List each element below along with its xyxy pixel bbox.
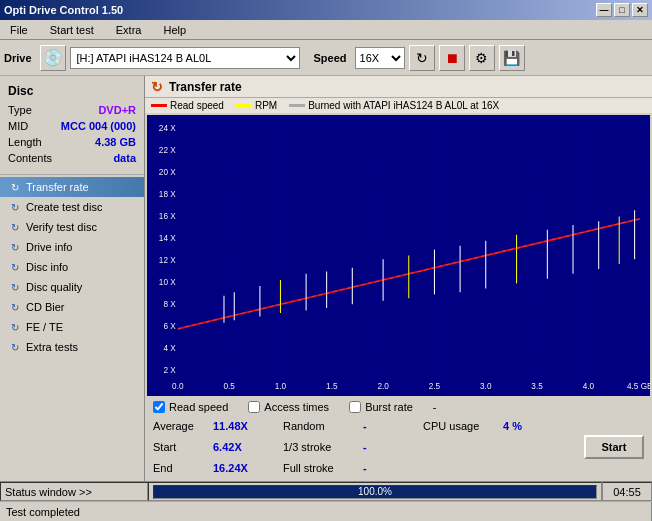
sidebar-item-verify-test-disc[interactable]: ↻ Verify test disc bbox=[0, 217, 144, 237]
sidebar-item-fe-te[interactable]: ↻ FE / TE bbox=[0, 317, 144, 337]
svg-text:2 X: 2 X bbox=[163, 364, 175, 375]
svg-text:14 X: 14 X bbox=[159, 232, 176, 243]
minimize-button[interactable]: — bbox=[596, 3, 612, 17]
disc-type-row: Type DVD+R bbox=[8, 102, 136, 118]
sidebar-label-disc-info: Disc info bbox=[26, 261, 68, 273]
svg-text:0.5: 0.5 bbox=[223, 380, 234, 391]
svg-text:3.5: 3.5 bbox=[531, 380, 542, 391]
legend-label-read-speed: Read speed bbox=[170, 100, 224, 111]
content-area: ↻ Transfer rate Read speed RPM Burned wi… bbox=[145, 76, 652, 481]
disc-type-label: Type bbox=[8, 102, 32, 118]
disc-mid-row: MID MCC 004 (000) bbox=[8, 118, 136, 134]
svg-text:12 X: 12 X bbox=[159, 254, 176, 265]
end-value: 16.24X bbox=[213, 462, 283, 474]
verify-test-disc-icon: ↻ bbox=[8, 220, 22, 234]
sidebar-item-transfer-rate[interactable]: ↻ Transfer rate bbox=[0, 177, 144, 197]
read-speed-checkbox[interactable] bbox=[153, 401, 165, 413]
status-window-label: Status window >> bbox=[5, 486, 92, 498]
progress-panel: 100.0% bbox=[148, 482, 602, 501]
sidebar-divider bbox=[0, 174, 144, 175]
burst-rate-label: Burst rate bbox=[365, 401, 413, 413]
sidebar-item-drive-info[interactable]: ↻ Drive info bbox=[0, 237, 144, 257]
disc-contents-row: Contents data bbox=[8, 150, 136, 166]
sidebar-label-transfer-rate: Transfer rate bbox=[26, 181, 89, 193]
svg-text:24 X: 24 X bbox=[159, 122, 176, 133]
random-label: Random bbox=[283, 420, 363, 432]
stop-button[interactable]: ⏹ bbox=[439, 45, 465, 71]
status-bar: Test completed bbox=[0, 501, 652, 521]
legend-color-read-speed bbox=[151, 104, 167, 107]
drive-select[interactable]: [H:] ATAPI iHAS124 B AL0L bbox=[70, 47, 300, 69]
disc-contents-label: Contents bbox=[8, 150, 52, 166]
sidebar-label-extra-tests: Extra tests bbox=[26, 341, 78, 353]
create-test-disc-icon: ↻ bbox=[8, 200, 22, 214]
disc-length-label: Length bbox=[8, 134, 42, 150]
save-button[interactable]: 💾 bbox=[499, 45, 525, 71]
svg-rect-0 bbox=[147, 115, 650, 396]
svg-text:3.0: 3.0 bbox=[480, 380, 491, 391]
close-button[interactable]: ✕ bbox=[632, 3, 648, 17]
drive-info-icon: ↻ bbox=[8, 240, 22, 254]
transfer-rate-header: ↻ Transfer rate bbox=[145, 76, 652, 98]
disc-section-label: Disc bbox=[0, 82, 144, 102]
svg-text:6 X: 6 X bbox=[163, 320, 175, 331]
test-completed-label: Test completed bbox=[6, 506, 80, 518]
test-completed-text: Test completed bbox=[0, 502, 652, 521]
access-times-checkbox-item: Access times bbox=[248, 401, 329, 413]
status-window-panel[interactable]: Status window >> bbox=[0, 482, 148, 501]
bottom-panels: Status window >> 100.0% 04:55 bbox=[0, 481, 652, 501]
sidebar-item-disc-quality[interactable]: ↻ Disc quality bbox=[0, 277, 144, 297]
burst-rate-checkbox[interactable] bbox=[349, 401, 361, 413]
refresh-button[interactable]: ↻ bbox=[409, 45, 435, 71]
read-speed-checkbox-item: Read speed bbox=[153, 401, 228, 413]
menu-file[interactable]: File bbox=[4, 22, 34, 38]
svg-text:2.0: 2.0 bbox=[377, 380, 388, 391]
full-stroke-value: - bbox=[363, 462, 423, 474]
sidebar-label-cd-bier: CD Bier bbox=[26, 301, 65, 313]
disc-quality-icon: ↻ bbox=[8, 280, 22, 294]
settings-button[interactable]: ⚙ bbox=[469, 45, 495, 71]
menu-extra[interactable]: Extra bbox=[110, 22, 148, 38]
progress-bar-inner: 100.0% bbox=[154, 486, 596, 498]
average-label: Average bbox=[153, 420, 213, 432]
sidebar-item-extra-tests[interactable]: ↻ Extra tests bbox=[0, 337, 144, 357]
title-bar: Opti Drive Control 1.50 — □ ✕ bbox=[0, 0, 652, 20]
svg-text:16 X: 16 X bbox=[159, 210, 176, 221]
menu-bar: File Start test Extra Help bbox=[0, 20, 652, 40]
sidebar-item-disc-info[interactable]: ↻ Disc info bbox=[0, 257, 144, 277]
speed-select[interactable]: 16X bbox=[355, 47, 405, 69]
transfer-rate-icon-header: ↻ bbox=[151, 79, 163, 95]
cpu-usage-value: 4 % bbox=[503, 420, 522, 432]
disc-type-value: DVD+R bbox=[98, 102, 136, 118]
average-value: 11.48X bbox=[213, 420, 283, 432]
sidebar-item-cd-bier[interactable]: ↻ CD Bier bbox=[0, 297, 144, 317]
disc-length-row: Length 4.38 GB bbox=[8, 134, 136, 150]
svg-text:10 X: 10 X bbox=[159, 276, 176, 287]
progress-bar-outer: 100.0% bbox=[153, 485, 597, 499]
maximize-button[interactable]: □ bbox=[614, 3, 630, 17]
chart-container: 24 X 22 X 20 X 18 X 16 X 14 X 12 X 10 X … bbox=[147, 115, 650, 396]
time-display: 04:55 bbox=[613, 486, 641, 498]
toolbar: Drive 💿 [H:] ATAPI iHAS124 B AL0L Speed … bbox=[0, 40, 652, 76]
sidebar-label-create-test-disc: Create test disc bbox=[26, 201, 102, 213]
svg-text:1.0: 1.0 bbox=[275, 380, 286, 391]
app-title: Opti Drive Control 1.50 bbox=[4, 4, 123, 16]
legend-burned: Burned with ATAPI iHAS124 B AL0L at 16X bbox=[289, 100, 499, 111]
svg-text:22 X: 22 X bbox=[159, 144, 176, 155]
progress-text: 100.0% bbox=[358, 486, 392, 497]
cd-bier-icon: ↻ bbox=[8, 300, 22, 314]
burst-rate-checkbox-item: Burst rate bbox=[349, 401, 413, 413]
cpu-usage-label: CPU usage bbox=[423, 420, 503, 432]
start-value: 6.42X bbox=[213, 441, 283, 453]
access-times-checkbox[interactable] bbox=[248, 401, 260, 413]
start-button[interactable]: Start bbox=[584, 435, 644, 459]
start-label: Start bbox=[153, 441, 213, 453]
sidebar-item-create-test-disc[interactable]: ↻ Create test disc bbox=[0, 197, 144, 217]
one-third-stroke-label: 1/3 stroke bbox=[283, 441, 363, 453]
menu-start-test[interactable]: Start test bbox=[44, 22, 100, 38]
svg-text:4.5 GB: 4.5 GB bbox=[627, 380, 650, 391]
menu-help[interactable]: Help bbox=[157, 22, 192, 38]
end-label: End bbox=[153, 462, 213, 474]
window-controls: — □ ✕ bbox=[596, 3, 648, 17]
svg-text:2.5: 2.5 bbox=[429, 380, 440, 391]
